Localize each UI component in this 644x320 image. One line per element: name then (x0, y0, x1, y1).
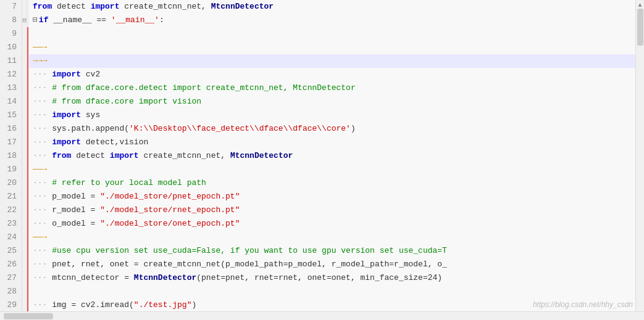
token-cm: # refer to your local model path (47, 176, 206, 190)
token-cm: #use cpu version set use_cuda=False, if … (47, 244, 447, 258)
token-kw: import (47, 68, 81, 81)
code-line: ··· # from dface.core.detect import crea… (29, 81, 635, 95)
fold-icon (22, 190, 27, 203)
token-id: r_model = (47, 203, 100, 217)
code-editor: 7891011121314151617181920212223242526272… (0, 0, 644, 320)
token-cm: # from dface.core.detect import create_m… (47, 81, 355, 95)
fold-bar: ⊟ (22, 0, 27, 311)
fold-icon (22, 163, 27, 176)
token-kw: from (33, 0, 52, 14)
line-number: 22 (5, 203, 17, 217)
fold-icon (22, 109, 27, 122)
token-arrow: ——→ (33, 41, 47, 54)
line-number: 17 (5, 136, 17, 149)
token-id: create_mtcnn_net, (119, 0, 211, 14)
line-number: 21 (5, 190, 17, 203)
fold-icon (22, 122, 27, 136)
code-line: ··· #use cpu version set use_cuda=False,… (29, 244, 635, 258)
token-kw: from (47, 149, 71, 163)
token-kw: import (91, 0, 120, 14)
token-id: __name__ == (48, 14, 111, 27)
line-number: 26 (5, 258, 17, 271)
code-content: from detect import create_mtcnn_net, Mtc… (29, 0, 635, 311)
token-dots: ··· (33, 68, 47, 81)
token-id: sys (81, 109, 100, 122)
scroll-thumb[interactable] (637, 9, 643, 46)
line-number: 16 (5, 122, 17, 136)
watermark: https://blog.csdn.net/hhy_csdn (533, 300, 633, 309)
code-line: ··· p_model = "./model_store/pnet_epoch.… (29, 190, 635, 203)
code-line: ⊟if __name__ == '__main__': (29, 14, 635, 27)
token-id: sys.path.append( (47, 122, 129, 136)
token-id: detect (52, 0, 90, 14)
token-dots: ··· (33, 109, 47, 122)
token-st: 'K:\\Desktop\\face_detect\\dface\\dface\… (129, 122, 351, 136)
line-number: 18 (5, 149, 17, 163)
fold-icon[interactable]: ⊟ (22, 14, 27, 27)
token-st: '__main__' (111, 14, 159, 27)
code-line: ··· import cv2 (29, 68, 635, 81)
code-line: ··· # refer to your local model path (29, 176, 635, 190)
fold-icon (22, 176, 27, 190)
code-line: ··· from detect import create_mtcnn_net,… (29, 149, 635, 163)
token-id: img = cv2.imread( (47, 298, 133, 311)
fold-icon (22, 81, 27, 95)
line-number: 12 (5, 68, 17, 81)
fold-icon (22, 41, 27, 54)
token-dots: ··· (33, 244, 47, 258)
token-dots: ··· (33, 190, 47, 203)
fold-icon (22, 298, 27, 311)
fold-icon (22, 27, 27, 41)
code-line: ——→ (29, 41, 635, 54)
fold-icon (22, 285, 27, 298)
line-number: 7 (5, 0, 17, 14)
line-number: 11 (5, 54, 17, 68)
line-number: 19 (5, 163, 17, 176)
token-cm: # from dface.core import vision (47, 95, 201, 109)
token-fold: ⊟ (33, 14, 38, 27)
code-line: ··· import detect,vision (29, 136, 635, 149)
token-dots: ··· (33, 136, 47, 149)
horizontal-scrollbar[interactable] (0, 311, 644, 320)
line-number: 23 (5, 217, 17, 231)
line-number: 10 (5, 41, 17, 54)
code-line (29, 285, 635, 298)
token-arrow: → (38, 54, 43, 68)
fold-icon (22, 95, 27, 109)
code-line: ··· sys.path.append('K:\\Desktop\\face_d… (29, 122, 635, 136)
token-kw: import (110, 149, 139, 163)
token-dots: ··· (33, 176, 47, 190)
token-st: "./test.jpg" (134, 298, 192, 311)
line-number: 14 (5, 95, 17, 109)
line-number: 25 (5, 244, 17, 258)
token-id: cv2 (81, 68, 100, 81)
token-id: : (159, 14, 164, 27)
code-line: ··· import sys (29, 109, 635, 122)
code-line: ——→ (29, 231, 635, 244)
token-id: mtcnn_detector = (47, 271, 133, 285)
fold-icon (22, 149, 27, 163)
vertical-scrollbar[interactable]: ▲ (635, 0, 644, 311)
token-arrow: ——→ (33, 163, 47, 176)
line-number: 20 (5, 176, 17, 190)
code-line: ··· pnet, rnet, onet = create_mtcnn_net(… (29, 258, 635, 271)
token-dots: ··· (33, 149, 47, 163)
code-area: 7891011121314151617181920212223242526272… (0, 0, 644, 311)
fold-icon (22, 231, 27, 244)
token-st: "./model_store/pnet_epoch.pt" (100, 190, 240, 203)
fold-icon (22, 271, 27, 285)
fold-icon (22, 0, 27, 14)
code-line: →→→ (29, 54, 635, 68)
code-line: ··· o_model = "./model_store/onet_epoch.… (29, 217, 635, 231)
token-dots: ··· (33, 203, 47, 217)
scroll-h-thumb[interactable] (4, 313, 53, 319)
line-number: 13 (5, 81, 17, 95)
token-st: "./model_store/onet_epoch.pt" (100, 217, 240, 231)
token-dots: ··· (33, 122, 47, 136)
fold-icon (22, 244, 27, 258)
token-id: (pnet=pnet, rnet=rnet, onet=onet, min_fa… (196, 271, 442, 285)
code-line: ··· r_model = "./model_store/rnet_epoch.… (29, 203, 635, 217)
scroll-up-arrow[interactable]: ▲ (637, 1, 644, 9)
token-fn: MtcnnDetector (134, 271, 196, 285)
line-number: 29 (5, 298, 17, 311)
